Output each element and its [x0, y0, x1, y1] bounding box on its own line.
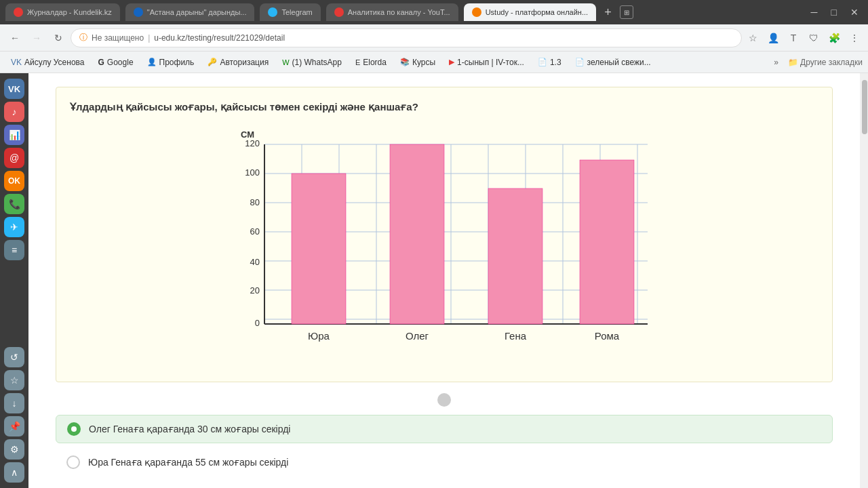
bookmark-google-favicon: G — [98, 58, 104, 67]
ext-stats-icon[interactable]: 📊 — [4, 125, 24, 145]
bookmark-vk[interactable]: VK Айсулу Усенова — [5, 56, 90, 69]
tab-telegram[interactable]: Telegram — [260, 3, 320, 21]
svg-text:0: 0 — [255, 318, 260, 328]
bookmark-zeleny-favicon: 📄 — [575, 58, 585, 66]
tab-label-ustudy: Ustudy - платформа онлайн... — [486, 8, 588, 16]
bookmark-auth-label: Авторизация — [220, 58, 269, 67]
forward-button[interactable]: → — [27, 28, 46, 47]
bar-chart: 0 20 40 60 80 100 120 СМ — [227, 124, 661, 368]
maximize-button[interactable]: □ — [827, 5, 841, 19]
extensions-button[interactable]: ⊞ — [620, 5, 633, 19]
ext-downloads-icon[interactable]: ↓ — [4, 393, 24, 413]
ext-vk-icon[interactable]: VK — [4, 79, 24, 99]
bookmark-synip[interactable]: ▶ 1-сынып | IV-ток... — [443, 56, 530, 69]
radio-button-1[interactable] — [67, 422, 81, 436]
browser-action-icons: ☆ 👤 T 🛡 🧩 ⋮ — [745, 30, 863, 46]
tab-ustudy[interactable]: Ustudy - платформа онлайн... — [464, 3, 596, 21]
bookmark-elorda-label: Elorda — [363, 58, 387, 67]
bookmark-star-icon[interactable]: ☆ — [745, 30, 761, 46]
scrollbar-thumb[interactable] — [862, 80, 867, 134]
ext-favorites-icon[interactable]: ☆ — [4, 370, 24, 390]
back-button[interactable]: ← — [5, 28, 24, 47]
svg-text:100: 100 — [245, 167, 260, 178]
bookmark-profile-favicon: 👤 — [147, 58, 157, 66]
tab-astana[interactable]: "Астана дарыны" дарынды... — [125, 3, 255, 21]
answer-option-2[interactable]: Юра Генаға қарағанда 55 см жоғары секірд… — [56, 449, 833, 476]
extension-icon[interactable]: 🧩 — [826, 30, 842, 46]
translate-icon[interactable]: T — [785, 30, 802, 46]
address-separator: | — [148, 33, 150, 43]
answer-options: Олег Генаға қарағанда 30 см жоғары секір… — [56, 415, 833, 476]
svg-text:40: 40 — [250, 257, 260, 267]
question-text: Ұлдардың қайсысы жоғары, қайсысы төмен с… — [70, 101, 818, 113]
bookmark-google[interactable]: G Google — [93, 56, 139, 69]
bookmark-kursy-favicon: 📚 — [400, 58, 410, 66]
ext-telegram-icon[interactable]: ✈ — [4, 217, 24, 237]
radio-button-2[interactable] — [66, 455, 80, 469]
reload-button[interactable]: ↻ — [49, 28, 68, 47]
bookmark-kursy-label: Курсы — [412, 58, 435, 67]
bookmark-zeleny[interactable]: 📄 зеленый свежи... — [570, 56, 656, 69]
scroll-dot — [437, 393, 451, 407]
ext-ok-icon[interactable]: OK — [4, 171, 24, 191]
ext-pin-icon[interactable]: 📌 — [4, 416, 24, 436]
tab-favicon-kundelik — [14, 7, 23, 17]
security-label: Не защищено — [92, 33, 144, 43]
ext-list-icon[interactable]: ≡ — [4, 240, 24, 260]
ext-up-icon[interactable]: ∧ — [4, 462, 24, 483]
tab-youtube[interactable]: Аналитика по каналу - YouT... — [326, 3, 458, 21]
ext-phone-icon[interactable]: 📞 — [4, 194, 24, 214]
bookmark-vk-favicon: VK — [11, 58, 22, 67]
bookmark-13-label: 1.3 — [550, 58, 561, 67]
bar-gena — [488, 188, 542, 324]
address-bar[interactable]: ⓘ Не защищено | u-edu.kz/testing/result/… — [71, 28, 742, 47]
ext-settings-icon[interactable]: ⚙ — [4, 439, 24, 460]
bookmark-whatsapp[interactable]: W (1) WhatsApp — [277, 56, 347, 69]
minimize-button[interactable]: ─ — [807, 5, 822, 19]
radio-dot-1 — [71, 426, 77, 432]
tab-label-youtube: Аналитика по каналу - YouT... — [348, 8, 450, 16]
bookmark-auth[interactable]: 🔑 Авторизация — [202, 56, 274, 69]
svg-text:Гена: Гена — [505, 330, 527, 342]
window-controls: ─ □ ✕ — [807, 5, 863, 19]
ext-history-icon[interactable]: ↺ — [4, 347, 24, 367]
bookmark-13[interactable]: 📄 1.3 — [532, 56, 567, 69]
bookmark-elorda[interactable]: E Elorda — [350, 56, 392, 69]
bookmark-synip-label: 1-сынып | IV-ток... — [457, 58, 524, 67]
page-inner: Ұлдардың қайсысы жоғары, қайсысы төмен с… — [28, 73, 860, 488]
address-text: u-edu.kz/testing/result/221029/detail — [154, 33, 733, 43]
svg-text:Олег: Олег — [406, 330, 429, 342]
security-icon: ⓘ — [79, 32, 87, 43]
bookmark-zeleny-label: зеленый свежи... — [587, 58, 651, 67]
bookmarks-more-button[interactable]: » — [770, 56, 783, 69]
profile-icon[interactable]: 👤 — [765, 30, 781, 46]
bookmark-vk-label: Айсулу Усенова — [24, 58, 85, 67]
svg-text:СМ: СМ — [241, 129, 254, 140]
svg-text:120: 120 — [245, 138, 260, 148]
answer-option-1[interactable]: Олег Генаға қарағанда 30 см жоғары секір… — [56, 415, 833, 443]
tab-label-telegram: Telegram — [281, 8, 312, 16]
other-bookmarks-label: Другие закладки — [800, 58, 863, 67]
tab-favicon-ustudy — [472, 7, 481, 17]
scrollbar-track[interactable] — [860, 73, 868, 488]
new-tab-button[interactable]: + — [601, 3, 614, 22]
svg-text:60: 60 — [250, 226, 260, 237]
bookmark-13-favicon: 📄 — [538, 58, 547, 66]
ext-music-icon[interactable]: ♪ — [4, 102, 24, 122]
ext-mail-icon[interactable]: @ — [4, 148, 24, 168]
browser-window: Журналдар - Kundelik.kz "Астана дарыны" … — [0, 0, 868, 488]
scroll-indicator — [56, 396, 833, 404]
tab-kundelik[interactable]: Журналдар - Kundelik.kz — [5, 3, 120, 21]
shield-icon[interactable]: 🛡 — [806, 30, 822, 46]
bookmark-kursy[interactable]: 📚 Курсы — [395, 56, 441, 69]
other-bookmarks-button[interactable]: 📁 Другие закладки — [788, 58, 863, 67]
bookmarks-bar: VK Айсулу Усенова G Google 👤 Профиль 🔑 А… — [0, 52, 868, 73]
page-content: Ұлдардың қайсысы жоғары, қайсысы төмен с… — [28, 73, 860, 488]
bookmark-profile[interactable]: 👤 Профиль — [142, 56, 200, 69]
bookmark-whatsapp-label: (1) WhatsApp — [292, 58, 342, 67]
bar-oleg — [390, 144, 444, 324]
tab-favicon-youtube — [334, 7, 344, 17]
menu-icon[interactable]: ⋮ — [846, 30, 863, 46]
close-button[interactable]: ✕ — [846, 5, 863, 19]
tab-label-astana: "Астана дарыны" дарынды... — [147, 8, 247, 16]
